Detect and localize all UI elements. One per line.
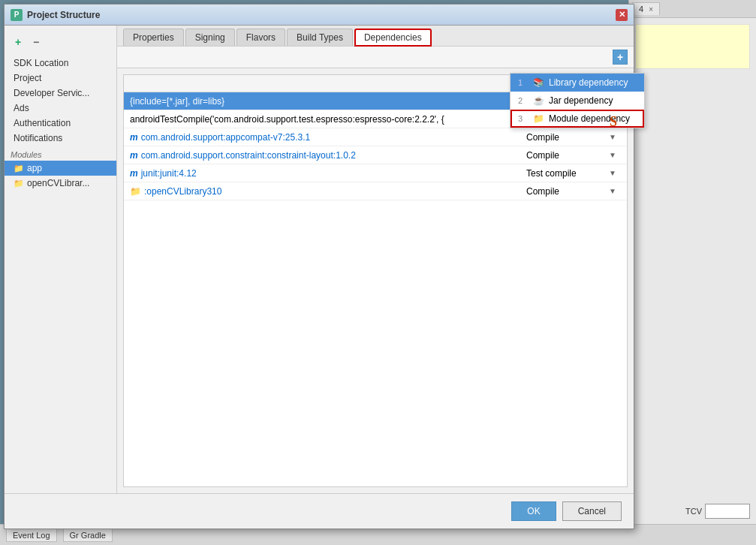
table-row[interactable]: 📁:openCVLibrary310 Compile ▼ [124, 182, 627, 200]
sidebar-item-sdk-location[interactable]: SDK Location [5, 56, 116, 71]
sidebar: + − SDK Location Project Developer Servi… [5, 26, 117, 493]
ide-editor-area [635, 24, 750, 69]
col-name-header [124, 75, 537, 92]
ok-button[interactable]: OK [511, 501, 556, 521]
sidebar-item-developer-services[interactable]: Developer Servic... [5, 86, 116, 101]
row-6-arrow: ▼ [609, 187, 621, 195]
add-dependency-button[interactable]: + [613, 50, 628, 65]
cancel-button[interactable]: Cancel [562, 501, 622, 521]
library-dep-icon: 📚 [533, 77, 544, 88]
row-5-arrow: ▼ [609, 169, 621, 177]
row-4-name: mcom.android.support.constraint:constrai… [130, 150, 526, 161]
row-6-scope: Compile [526, 186, 609, 197]
dropdown-num-3: 3 [518, 114, 529, 123]
row-5-scope: Test compile [526, 168, 609, 179]
remove-module-button[interactable]: − [29, 35, 44, 50]
tab-build-types[interactable]: Build Types [287, 29, 353, 46]
tcv-input[interactable] [705, 504, 750, 519]
module-dep-icon: 📁 [533, 113, 544, 124]
event-log-btn[interactable]: Event Log [6, 528, 57, 542]
row-4-scope: Compile [526, 150, 609, 161]
sidebar-item-authentication[interactable]: Authentication [5, 116, 116, 131]
dropdown-item-module[interactable]: 3 📁 Module dependency [511, 110, 644, 128]
app-folder-icon: 📁 [14, 164, 24, 173]
dropdown-item-jar[interactable]: 2 ☕ Jar dependency [511, 92, 644, 110]
row-4-arrow: ▼ [609, 151, 621, 159]
row-2-name: androidTestCompile('com.android.support.… [130, 114, 526, 125]
row-3-name: mcom.android.support:appcompat-v7:25.3.1 [130, 132, 526, 143]
sidebar-top-buttons: + − [5, 32, 116, 56]
tab-signing[interactable]: Signing [185, 29, 235, 46]
sidebar-item-notifications[interactable]: Notifications [5, 131, 116, 146]
jar-dep-icon: ☕ [533, 95, 544, 106]
row-5-name: mjunit:junit:4.12 [130, 168, 526, 179]
table-action-bar: + [117, 47, 634, 68]
modules-section-label: Modules [5, 146, 116, 161]
row-1-name: {include=[*.jar], dir=libs} [130, 96, 526, 107]
tcv-area: TCV [685, 504, 750, 519]
ide-right-panel: 4 × TCV [628, 0, 756, 545]
dependencies-table: Scope {include=[*.jar], dir=libs} Compil… [123, 74, 628, 487]
row-3-scope: Compile [526, 132, 609, 143]
row-6-name: 📁:openCVLibrary310 [130, 186, 526, 197]
table-row[interactable]: mcom.android.support:appcompat-v7:25.3.1… [124, 128, 627, 146]
sidebar-item-project[interactable]: Project [5, 71, 116, 86]
dependency-type-dropdown: 1 📚 Library dependency 2 ☕ Jar dependenc… [510, 73, 645, 128]
dialog-icon: P [11, 9, 23, 21]
s-overlay: S [610, 114, 617, 130]
table-row[interactable]: mjunit:junit:4.12 Test compile ▼ [124, 164, 627, 182]
dialog-titlebar: P Project Structure ✕ [5, 5, 634, 26]
dialog-close-button[interactable]: ✕ [616, 9, 628, 21]
table-row[interactable]: mcom.android.support.constraint:constrai… [124, 146, 627, 164]
tab-flavors[interactable]: Flavors [236, 29, 285, 46]
sidebar-item-app[interactable]: 📁 app [5, 161, 116, 176]
gradle-btn[interactable]: Gr Gradle [63, 528, 113, 542]
sidebar-item-opencv[interactable]: 📁 openCVLibrar... [5, 176, 116, 191]
dialog-title: Project Structure [27, 10, 100, 20]
add-module-button[interactable]: + [11, 35, 26, 50]
sidebar-item-ads[interactable]: Ads [5, 101, 116, 116]
tcv-label: TCV [685, 507, 702, 516]
dialog-footer: OK Cancel [5, 493, 634, 528]
row-3-arrow: ▼ [609, 133, 621, 141]
dropdown-num-1: 1 [518, 78, 529, 87]
ide-tab-bar: 4 × [629, 0, 756, 18]
tab-close-icon[interactable]: × [649, 5, 653, 14]
dialog-title-left: P Project Structure [11, 9, 100, 21]
dropdown-num-2: 2 [518, 96, 529, 105]
tab-bar: Properties Signing Flavors Build Types D… [117, 26, 634, 47]
tab-properties[interactable]: Properties [123, 29, 184, 46]
ide-tab-4[interactable]: 4 × [632, 2, 660, 15]
opencv-folder-icon: 📁 [14, 179, 24, 188]
row-6-folder-icon: 📁 [130, 186, 141, 197]
tab-dependencies[interactable]: Dependencies [354, 29, 432, 47]
dropdown-item-library[interactable]: 1 📚 Library dependency [511, 74, 644, 92]
